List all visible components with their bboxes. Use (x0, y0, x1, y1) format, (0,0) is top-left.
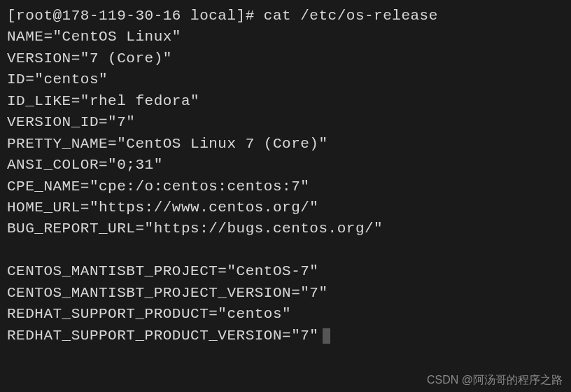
output-line: HOME_URL="https://www.centos.org/" (7, 197, 564, 218)
output-line-blank (7, 240, 564, 261)
command-text: cat /etc/os-release (264, 8, 438, 24)
shell-prompt: [root@178-119-30-16 local]# (7, 8, 264, 24)
output-line: ID="centos" (7, 69, 564, 90)
watermark-text: CSDN @阿汤哥的程序之路 (427, 372, 563, 388)
output-line: REDHAT_SUPPORT_PRODUCT="centos" (7, 304, 564, 325)
output-last-line: REDHAT_SUPPORT_PRODUCT_VERSION="7" (7, 326, 564, 346)
output-line: CENTOS_MANTISBT_PROJECT_VERSION="7" (7, 283, 564, 304)
output-line: ANSI_COLOR="0;31" (7, 155, 564, 176)
cursor-icon (323, 328, 330, 344)
output-line: BUG_REPORT_URL="https://bugs.centos.org/… (7, 218, 564, 239)
output-line: VERSION_ID="7" (7, 112, 564, 133)
output-line: CENTOS_MANTISBT_PROJECT="CentOS-7" (7, 261, 564, 282)
output-line: ID_LIKE="rhel fedora" (7, 91, 564, 112)
output-line: NAME="CentOS Linux" (7, 27, 564, 48)
terminal-window[interactable]: [root@178-119-30-16 local]# cat /etc/os-… (7, 6, 564, 346)
command-line[interactable]: [root@178-119-30-16 local]# cat /etc/os-… (7, 6, 564, 27)
output-line: CPE_NAME="cpe:/o:centos:centos:7" (7, 176, 564, 197)
output-line: PRETTY_NAME="CentOS Linux 7 (Core)" (7, 134, 564, 155)
output-line: VERSION="7 (Core)" (7, 48, 564, 69)
